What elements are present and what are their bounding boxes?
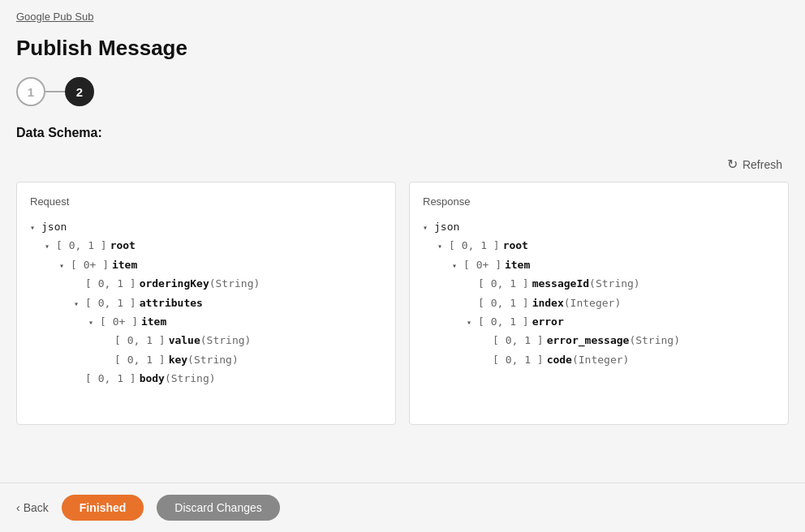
range-label: [ 0, 1 ] — [85, 294, 136, 312]
refresh-button[interactable]: ↻ Refresh — [721, 153, 789, 175]
footer: ‹ Back Finished Discard Changes — [0, 483, 805, 532]
chevron-icon[interactable]: ▾ — [467, 315, 478, 330]
breadcrumb-link[interactable]: Google Pub Sub — [16, 11, 93, 23]
back-label: Back — [24, 501, 49, 514]
range-label: [ 0+ ] — [463, 255, 502, 274]
range-label: [ 0, 1 ] — [114, 350, 166, 369]
node-name: messageId — [532, 274, 589, 293]
refresh-row: ↻ Refresh — [16, 153, 789, 175]
chevron-icon[interactable]: ▾ — [59, 259, 71, 273]
request-panel: Request ▾json▾[ 0, 1 ] root▾[ 0+ ] item[… — [16, 182, 396, 425]
node-name: code — [547, 350, 572, 369]
chevron-icon[interactable]: ▾ — [30, 221, 41, 235]
discard-button[interactable]: Discard Changes — [157, 495, 279, 521]
node-name: index — [532, 294, 564, 312]
tree-row: ▾[ 0, 1 ] root — [423, 236, 775, 255]
node-name: item — [141, 312, 166, 331]
range-label: [ 0, 1 ] — [478, 312, 529, 331]
main-content: Publish Message 1 2 Data Schema: ↻ Refre… — [0, 23, 805, 483]
back-button[interactable]: ‹ Back — [16, 501, 49, 514]
step-1[interactable]: 1 — [16, 77, 45, 106]
node-name: item — [505, 255, 530, 274]
finished-button[interactable]: Finished — [62, 495, 144, 521]
chevron-icon[interactable]: ▾ — [452, 259, 463, 273]
tree-row: [ 0, 1 ] messageId (String) — [423, 274, 775, 293]
chevron-icon[interactable]: ▾ — [88, 315, 100, 330]
chevron-icon[interactable]: ▾ — [45, 239, 56, 254]
tree-row: [ 0, 1 ] orderingKey (String) — [30, 274, 382, 293]
node-name: error — [532, 312, 564, 331]
breadcrumb-bar: Google Pub Sub — [0, 0, 805, 23]
refresh-label: Refresh — [743, 158, 782, 171]
tree-row: ▾json — [30, 217, 382, 236]
node-name: value — [169, 331, 200, 350]
back-arrow-icon: ‹ — [16, 501, 20, 514]
tree-row: ▾[ 0+ ] item — [30, 312, 382, 331]
tree-row: ▾[ 0, 1 ] root — [30, 236, 382, 255]
node-name: json — [41, 217, 67, 236]
response-tree: ▾json▾[ 0, 1 ] root▾[ 0+ ] item[ 0, 1 ] … — [423, 217, 775, 369]
tree-row: [ 0, 1 ] code (Integer) — [423, 350, 775, 369]
tree-row: ▾json — [423, 217, 775, 236]
range-label: [ 0, 1 ] — [56, 236, 107, 255]
chevron-icon[interactable]: ▾ — [437, 239, 449, 254]
response-panel: Response ▾json▾[ 0, 1 ] root▾[ 0+ ] item… — [409, 182, 789, 425]
node-name: item — [112, 255, 137, 274]
node-name: orderingKey — [140, 274, 209, 293]
node-name: root — [503, 236, 528, 255]
node-name: error_message — [547, 331, 630, 350]
range-label: [ 0, 1 ] — [493, 350, 544, 369]
step-2[interactable]: 2 — [65, 77, 94, 106]
section-title: Data Schema: — [16, 126, 789, 140]
request-label: Request — [30, 195, 382, 208]
refresh-icon: ↻ — [727, 157, 738, 172]
tree-row: [ 0, 1 ] error_message (String) — [423, 331, 775, 350]
range-label: [ 0, 1 ] — [478, 294, 529, 312]
node-type: (String) — [209, 274, 260, 293]
range-label: [ 0, 1 ] — [85, 369, 136, 388]
schema-area: ↻ Refresh Request ▾json▾[ 0, 1 ] root▾[ … — [16, 153, 789, 425]
tree-row: ▾[ 0+ ] item — [423, 255, 775, 274]
request-tree: ▾json▾[ 0, 1 ] root▾[ 0+ ] item[ 0, 1 ] … — [30, 217, 382, 388]
node-name: json — [434, 217, 459, 236]
tree-row: [ 0, 1 ] body (String) — [30, 369, 382, 388]
range-label: [ 0, 1 ] — [85, 274, 136, 293]
node-type: (String) — [589, 274, 640, 293]
node-type: (String) — [200, 331, 252, 350]
node-type: (Integer) — [572, 350, 629, 369]
tree-row: [ 0, 1 ] key (String) — [30, 350, 382, 369]
tree-row: [ 0, 1 ] index (Integer) — [423, 294, 775, 312]
tree-row: [ 0, 1 ] value (String) — [30, 331, 382, 350]
range-label: [ 0+ ] — [100, 312, 138, 331]
tree-row: ▾[ 0, 1 ] error — [423, 312, 775, 331]
node-type: (String) — [165, 369, 216, 388]
page: Google Pub Sub Publish Message 1 2 Data … — [0, 0, 805, 532]
page-title: Publish Message — [16, 36, 789, 61]
range-label: [ 0, 1 ] — [493, 331, 544, 350]
response-label: Response — [423, 195, 775, 208]
schema-panels: Request ▾json▾[ 0, 1 ] root▾[ 0+ ] item[… — [16, 182, 789, 425]
node-type: (String) — [629, 331, 680, 350]
chevron-icon[interactable]: ▾ — [74, 297, 85, 311]
node-type: (String) — [187, 350, 239, 369]
node-name: key — [169, 350, 187, 369]
tree-row: ▾[ 0+ ] item — [30, 255, 382, 274]
node-name: root — [110, 236, 136, 255]
range-label: [ 0+ ] — [71, 255, 109, 274]
step-connector — [45, 91, 65, 92]
node-name: attributes — [140, 294, 203, 312]
range-label: [ 0, 1 ] — [114, 331, 166, 350]
range-label: [ 0, 1 ] — [449, 236, 500, 255]
node-name: body — [140, 369, 165, 388]
tree-row: ▾[ 0, 1 ] attributes — [30, 294, 382, 312]
node-type: (Integer) — [564, 294, 621, 312]
range-label: [ 0, 1 ] — [478, 274, 529, 293]
steps-row: 1 2 — [16, 77, 789, 106]
chevron-icon[interactable]: ▾ — [423, 221, 434, 235]
